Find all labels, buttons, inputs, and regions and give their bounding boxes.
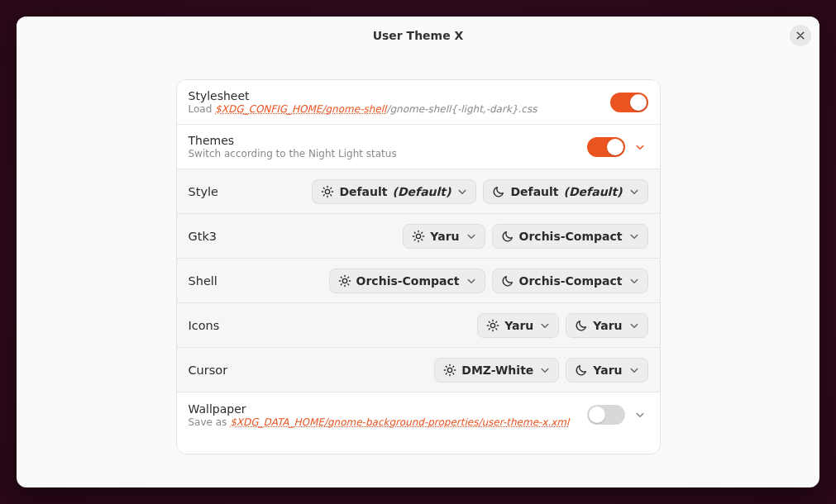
sun-icon xyxy=(338,274,351,288)
shell-light-dropdown[interactable]: Orchis-Compact xyxy=(329,269,485,293)
wallpaper-path-link[interactable]: $XDG_DATA_HOME/gnome-background-properti… xyxy=(230,416,569,428)
stylesheet-desc-prefix: Load xyxy=(189,103,216,115)
stylesheet-title: Stylesheet xyxy=(189,89,610,102)
sun-icon xyxy=(443,364,456,377)
icons-label: Icons xyxy=(189,319,478,332)
cursor-light-dropdown[interactable]: DMZ-White xyxy=(434,358,559,383)
cursor-dark-value: Yaru xyxy=(593,364,622,377)
icons-dark-value: Yaru xyxy=(593,319,622,332)
wallpaper-expand-button[interactable] xyxy=(632,407,648,423)
style-dark-value: Default xyxy=(510,185,558,198)
stylesheet-toggle[interactable] xyxy=(610,93,648,112)
wallpaper-desc: Save as $XDG_DATA_HOME/gnome-background-… xyxy=(189,416,587,428)
style-label: Style xyxy=(189,185,313,198)
style-row: Style Default (Default) Default (Default… xyxy=(177,169,660,214)
style-light-value: Default xyxy=(339,185,387,198)
shell-label: Shell xyxy=(189,274,329,288)
sun-icon xyxy=(486,319,499,332)
cursor-dark-dropdown[interactable]: Yaru xyxy=(566,358,647,383)
style-dark-suffix: (Default) xyxy=(564,185,623,198)
wallpaper-desc-prefix: Save as xyxy=(189,416,231,428)
chevron-down-icon xyxy=(540,365,550,375)
window-title: User Theme X xyxy=(373,29,464,42)
gtk3-dark-dropdown[interactable]: Orchis-Compact xyxy=(492,224,648,249)
sun-icon xyxy=(321,185,334,198)
settings-window: User Theme X Stylesheet Load $XDG_CONFIG… xyxy=(17,17,819,487)
moon-icon xyxy=(575,319,588,332)
titlebar: User Theme X xyxy=(17,17,819,55)
moon-icon xyxy=(501,274,514,288)
toggle-knob xyxy=(607,139,623,155)
toggle-knob xyxy=(630,94,647,111)
icons-light-value: Yaru xyxy=(504,319,533,332)
chevron-down-icon xyxy=(629,365,639,375)
style-light-dropdown[interactable]: Default (Default) xyxy=(312,179,476,204)
sun-icon xyxy=(412,230,425,243)
chevron-down-icon xyxy=(629,321,639,330)
chevron-down-icon xyxy=(629,276,639,286)
gtk3-label: Gtk3 xyxy=(189,230,404,243)
close-icon xyxy=(795,31,805,40)
moon-icon xyxy=(575,364,588,377)
chevron-down-icon xyxy=(540,321,550,330)
chevron-down-icon xyxy=(457,187,467,197)
gtk3-light-value: Yaru xyxy=(430,230,459,243)
chevron-down-icon xyxy=(629,231,639,241)
moon-icon xyxy=(501,230,514,243)
chevron-down-icon xyxy=(629,187,639,197)
icons-row: Icons Yaru Yaru xyxy=(177,303,660,348)
chevron-down-icon xyxy=(635,142,645,152)
chevron-down-icon xyxy=(466,231,476,241)
stylesheet-path-link[interactable]: $XDG_CONFIG_HOME/gnome-shell xyxy=(215,103,386,115)
cursor-label: Cursor xyxy=(189,364,435,377)
wallpaper-toggle[interactable] xyxy=(587,405,625,425)
style-light-suffix: (Default) xyxy=(393,185,451,198)
icons-light-dropdown[interactable]: Yaru xyxy=(477,313,559,338)
chevron-down-icon xyxy=(635,410,645,420)
stylesheet-desc-suffix: /gnome-shell{-light,-dark}.css xyxy=(386,103,537,115)
gtk3-dark-value: Orchis-Compact xyxy=(519,230,623,243)
shell-light-value: Orchis-Compact xyxy=(356,274,460,288)
content-area: Stylesheet Load $XDG_CONFIG_HOME/gnome-s… xyxy=(17,55,819,487)
gtk3-row: Gtk3 Yaru Orchis-Compact xyxy=(177,214,660,259)
shell-dark-dropdown[interactable]: Orchis-Compact xyxy=(492,269,648,293)
close-button[interactable] xyxy=(790,25,811,46)
shell-row: Shell Orchis-Compact Orchis-Compact xyxy=(177,259,660,303)
style-dark-dropdown[interactable]: Default (Default) xyxy=(483,179,647,204)
cursor-light-value: DMZ-White xyxy=(461,364,533,377)
themes-desc: Switch according to the Night Light stat… xyxy=(189,148,587,159)
toggle-knob xyxy=(589,407,605,423)
themes-toggle[interactable] xyxy=(587,137,625,157)
themes-title: Themes xyxy=(189,134,587,147)
gtk3-light-dropdown[interactable]: Yaru xyxy=(403,224,485,249)
themes-row: Themes Switch according to the Night Lig… xyxy=(177,125,660,169)
themes-expand-button[interactable] xyxy=(632,139,648,155)
wallpaper-row: Wallpaper Save as $XDG_DATA_HOME/gnome-b… xyxy=(177,392,660,437)
stylesheet-row: Stylesheet Load $XDG_CONFIG_HOME/gnome-s… xyxy=(177,80,660,125)
shell-dark-value: Orchis-Compact xyxy=(519,274,623,288)
settings-panel: Stylesheet Load $XDG_CONFIG_HOME/gnome-s… xyxy=(176,79,661,454)
moon-icon xyxy=(492,185,505,198)
wallpaper-title: Wallpaper xyxy=(189,402,587,416)
chevron-down-icon xyxy=(466,276,476,286)
stylesheet-desc: Load $XDG_CONFIG_HOME/gnome-shell/gnome-… xyxy=(189,103,610,115)
cursor-row: Cursor DMZ-White Yaru xyxy=(177,348,660,392)
icons-dark-dropdown[interactable]: Yaru xyxy=(566,313,647,338)
